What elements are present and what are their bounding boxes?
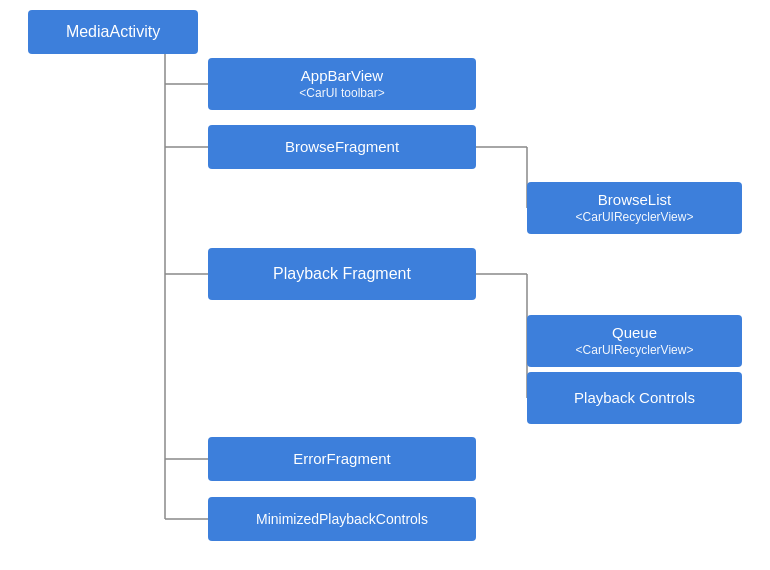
queue-node: Queue <CarUIRecyclerView> (527, 315, 742, 367)
diagram: MediaActivity AppBarView <CarUI toolbar>… (0, 0, 770, 570)
browse-fragment-node: BrowseFragment (208, 125, 476, 169)
browse-list-node: BrowseList <CarUIRecyclerView> (527, 182, 742, 234)
error-fragment-node: ErrorFragment (208, 437, 476, 481)
minimized-playback-node: MinimizedPlaybackControls (208, 497, 476, 541)
playback-controls-node: Playback Controls (527, 372, 742, 424)
playback-fragment-node: Playback Fragment (208, 248, 476, 300)
media-activity-node: MediaActivity (28, 10, 198, 54)
app-bar-view-node: AppBarView <CarUI toolbar> (208, 58, 476, 110)
